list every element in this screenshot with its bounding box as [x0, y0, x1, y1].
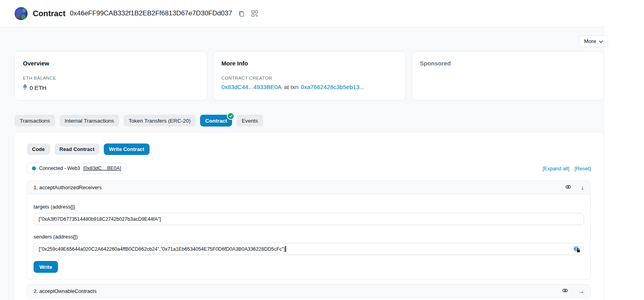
list-actions: [Expand all] [Reset]	[543, 166, 591, 171]
connected-wallet-address-link[interactable]: [0x83dC....BE0A]	[83, 166, 121, 171]
tab-contract[interactable]: Contract	[200, 115, 232, 127]
chevron-down-icon	[599, 38, 603, 44]
subtab-write-contract[interactable]: Write Contract	[104, 143, 149, 155]
connected-status-text: Connected - Web3	[39, 166, 80, 171]
page-title: Contract	[33, 9, 66, 18]
connected-green-dot-icon	[32, 166, 36, 170]
more-button[interactable]: More	[579, 35, 608, 47]
ethereum-icon	[23, 84, 27, 91]
at-txn-text: at txn	[284, 84, 299, 90]
senders-input[interactable]: ["0x259c49E65644a020C2A642260a4ffB0CD862…	[34, 243, 584, 255]
sponsored-card: Sponsored	[412, 51, 604, 101]
contract-creator-label: CONTRACT CREATOR	[221, 76, 397, 80]
contract-address: 0x46eFF99CAB332f1B2EB2Ff6813D67e7D30FDd0…	[70, 9, 232, 17]
contract-identicon-avatar	[15, 7, 28, 20]
more-button-label: More	[584, 38, 596, 44]
connected-status-badge: Connected - Web3 [0x83dC....BE0A]	[27, 163, 126, 174]
senders-field-label: senders (address[])	[34, 234, 584, 240]
tab-contract-label: Contract	[205, 118, 227, 124]
overview-card: Overview ETH BALANCE 0 ETH	[15, 51, 207, 101]
senders-input-value: ["0x259c49E65644a020C2A642260a4ffB0CD862…	[39, 246, 285, 252]
creator-address-link[interactable]: 0x83dC44...4933BE0A	[221, 84, 282, 90]
info-cards-row: Overview ETH BALANCE 0 ETH More Info CON…	[15, 51, 604, 101]
eth-balance-label: ETH BALANCE	[23, 76, 199, 80]
targets-input[interactable]: ["0xA3f07D6773514480b918C2742b027b3acD9E…	[34, 213, 584, 225]
tab-events[interactable]: Events	[236, 115, 263, 127]
write-button[interactable]: Write	[34, 261, 58, 273]
permalink-icon[interactable]	[562, 287, 568, 295]
contract-subtabs: Code Read Contract Write Contract	[27, 143, 591, 155]
copy-address-icon[interactable]	[238, 10, 245, 17]
qr-code-icon[interactable]	[251, 10, 258, 17]
creation-txn-hash-link[interactable]: 0xa7662428c3b5eb13...	[301, 84, 364, 90]
method-item-1: 1. acceptAuthorizedReceivers ↓ targets (…	[27, 181, 591, 280]
tab-transactions[interactable]: Transactions	[15, 115, 55, 127]
permalink-icon[interactable]	[565, 184, 571, 191]
main-tabs: Transactions Internal Transactions Token…	[15, 115, 263, 127]
tab-internal-transactions[interactable]: Internal Transactions	[60, 115, 119, 127]
more-info-title: More Info	[221, 60, 397, 67]
collapse-arrow-icon[interactable]: ↓	[581, 184, 584, 190]
contract-page: Contract 0x46eFF99CAB332f1B2EB2Ff6813D67…	[0, 0, 644, 300]
contract-panel: Code Read Contract Write Contract Connec…	[13, 132, 604, 300]
method-2-header[interactable]: 2. acceptOwnableContracts →	[27, 285, 590, 298]
connection-row: Connected - Web3 [0x83dC....BE0A] [Expan…	[27, 163, 591, 174]
method-1-title: 1. acceptAuthorizedReceivers	[34, 184, 102, 190]
reset-link[interactable]: [Reset]	[575, 166, 591, 171]
method-item-2: 2. acceptOwnableContracts →	[27, 284, 591, 298]
subtab-code[interactable]: Code	[27, 143, 50, 155]
targets-field-label: targets (address[])	[34, 204, 584, 210]
sponsored-title: Sponsored	[420, 60, 596, 67]
method-1-body: targets (address[]) ["0xA3f07D6773514480…	[27, 194, 590, 279]
page-header: Contract 0x46eFF99CAB332f1B2EB2Ff6813D67…	[0, 0, 644, 27]
expand-arrow-icon[interactable]: →	[578, 288, 584, 294]
eth-balance-value: 0 ETH	[30, 84, 47, 91]
expand-all-link[interactable]: [Expand all]	[543, 166, 569, 171]
method-1-header[interactable]: 1. acceptAuthorizedReceivers ↓	[27, 181, 590, 194]
tab-token-transfers[interactable]: Token Transfers (ERC-20)	[124, 115, 196, 127]
text-caret	[285, 246, 286, 252]
method-2-title: 2. acceptOwnableContracts	[34, 288, 97, 294]
subtab-read-contract[interactable]: Read Contract	[54, 143, 100, 155]
more-info-card: More Info CONTRACT CREATOR 0x83dC44...49…	[213, 51, 406, 101]
targets-input-value: ["0xA3f07D6773514480b918C2742b027b3acD9E…	[39, 216, 161, 222]
autofill-lock-icon[interactable]	[573, 246, 580, 253]
overview-title: Overview	[23, 60, 199, 67]
verified-check-icon	[227, 112, 234, 120]
